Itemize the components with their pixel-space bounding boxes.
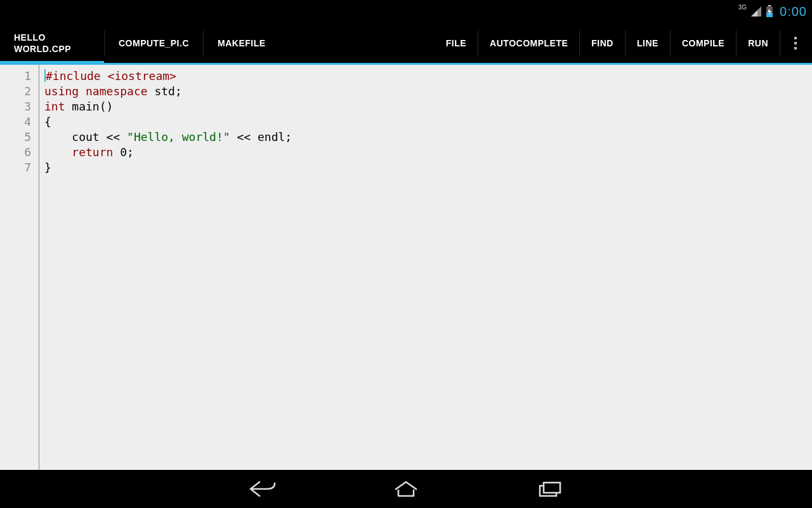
code-line: #include <iostream> — [44, 69, 812, 84]
token-kw: using — [44, 84, 86, 98]
overflow-icon — [794, 37, 798, 50]
menu-line[interactable]: LINE — [625, 23, 670, 63]
line-number-gutter: 1234567 — [0, 65, 39, 470]
line-number: 3 — [0, 99, 35, 114]
overflow-menu-button[interactable] — [780, 23, 812, 63]
status-time: 0:00 — [780, 4, 807, 19]
home-icon — [391, 479, 421, 498]
menu-find[interactable]: FIND — [580, 23, 625, 63]
file-tab-label: COMPUTE_PI.C — [119, 38, 189, 48]
line-number: 2 — [0, 84, 35, 99]
token-num: 0 — [120, 145, 127, 159]
code-line: cout << "Hello, world!" << endl; — [44, 130, 812, 145]
svg-rect-4 — [544, 483, 560, 493]
menu-autocomplete[interactable]: AUTOCOMPLETE — [478, 23, 579, 63]
code-line: using namespace std; — [44, 84, 812, 99]
code-editor[interactable]: 1234567 #include <iostream>using namespa… — [0, 65, 812, 470]
token-txt: cout << — [44, 130, 127, 144]
token-kw: <iostream> — [108, 69, 176, 83]
menu-file[interactable]: FILE — [435, 23, 478, 63]
token-txt: std; — [154, 84, 181, 98]
line-number: 4 — [0, 114, 35, 130]
file-tab-compute-pi[interactable]: COMPUTE_PI.C — [105, 23, 203, 63]
line-number: 6 — [0, 145, 35, 160]
code-line: return 0; — [44, 145, 812, 160]
status-bar: 3G 0:00 — [0, 0, 812, 23]
token-txt — [44, 145, 72, 159]
token-str: "Hello, world!" — [127, 130, 230, 144]
code-line: { — [44, 114, 812, 130]
menu-compile[interactable]: COMPILE — [671, 23, 736, 63]
recents-icon — [535, 479, 564, 498]
token-kw: namespace — [86, 84, 154, 98]
token-kw: return — [72, 145, 120, 159]
token-txt: << endl; — [230, 130, 292, 144]
line-number: 7 — [0, 160, 35, 175]
menu-run[interactable]: RUN — [737, 23, 780, 63]
code-area[interactable]: #include <iostream>using namespace std;i… — [39, 65, 812, 470]
token-kw: int — [44, 100, 72, 113]
back-icon — [248, 479, 277, 498]
file-tab-hello-world[interactable]: HELLO WORLD.CPP — [0, 23, 104, 63]
signal-icon — [750, 6, 762, 17]
recents-button[interactable] — [535, 479, 564, 498]
line-number: 1 — [0, 69, 35, 84]
line-number: 5 — [0, 130, 35, 145]
home-button[interactable] — [391, 479, 421, 498]
svg-rect-0 — [768, 5, 771, 6]
token-txt: { — [44, 115, 51, 128]
token-txt: ; — [127, 145, 134, 159]
token-kw: #include — [46, 69, 108, 83]
token-txt: } — [44, 161, 51, 174]
action-bar: HELLO WORLD.CPP COMPUTE_PI.C MAKEFILE FI… — [0, 23, 812, 65]
code-line: } — [44, 160, 812, 175]
back-button[interactable] — [248, 479, 277, 498]
battery-icon — [766, 5, 773, 18]
system-nav-bar — [0, 470, 812, 508]
file-tab-label: MAKEFILE — [218, 38, 266, 48]
code-line: int main() — [44, 99, 812, 114]
file-tab-makefile[interactable]: MAKEFILE — [204, 23, 280, 63]
token-txt: main() — [72, 100, 113, 113]
file-tab-label: HELLO WORLD.CPP — [14, 32, 90, 55]
network-type-label: 3G — [738, 4, 747, 11]
device-frame: 3G 0:00 HELLO WORLD.CPP COMPUTE_PI.C MAK… — [0, 0, 812, 508]
spacer — [280, 23, 435, 63]
